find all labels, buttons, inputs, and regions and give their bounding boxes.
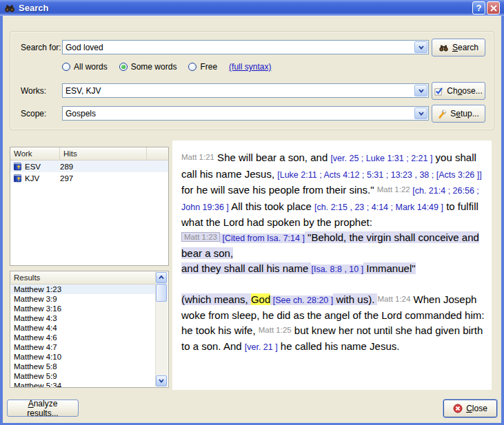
results-panel-header: Results xyxy=(10,271,156,284)
chevron-down-icon[interactable] xyxy=(414,107,427,119)
table-row[interactable]: ESV289 xyxy=(10,160,168,172)
scope-select-value: Gospels xyxy=(65,109,96,118)
verse-ref: Matt 1:24 xyxy=(377,295,410,303)
search-mode-radios: All wordsSome wordsFree(full syntax) xyxy=(62,62,271,72)
list-item[interactable]: Matthew 5:8 xyxy=(11,362,156,371)
verse-text: and they shall call his name xyxy=(181,262,311,274)
list-item[interactable]: Matthew 3:9 xyxy=(11,294,156,304)
scope-label: Scope: xyxy=(21,109,46,118)
list-item[interactable]: Matthew 4:6 xyxy=(11,333,156,342)
choose-button-label: Choose... xyxy=(447,86,482,96)
list-item[interactable]: Matthew 4:7 xyxy=(11,342,156,352)
column-header-work[interactable]: Work xyxy=(10,147,60,160)
column-header-results[interactable]: Results xyxy=(10,271,156,284)
verse-text: with us). xyxy=(333,293,377,305)
red-x-circle-icon xyxy=(453,404,463,413)
verse-text: (which means, xyxy=(181,293,251,305)
radio-label: Free xyxy=(200,62,217,72)
cross-reference: [ver. 25 ; Luke 1:31 ; 2:21 ] xyxy=(330,154,432,163)
close-icon[interactable] xyxy=(487,1,500,14)
cross-reference: [Luke 2:11 ; Acts 4:12 ; 5:31 ; 13:23 , … xyxy=(277,170,481,180)
bible-book-icon xyxy=(13,162,22,171)
hits-panel-header: Work Hits xyxy=(10,147,168,160)
column-header-hits[interactable]: Hits xyxy=(60,147,147,160)
search-input[interactable]: God loved xyxy=(62,40,429,54)
radio-all-words[interactable]: All words xyxy=(62,62,108,72)
chevron-down-icon[interactable] xyxy=(414,85,427,96)
search-button-label: Search xyxy=(452,43,478,52)
search-input-value: God loved xyxy=(65,43,103,52)
hit-count: 297 xyxy=(60,174,73,183)
verse-ref: Matt 1:21 xyxy=(181,153,214,161)
hit-count: 289 xyxy=(60,163,73,171)
close-button[interactable]: Close xyxy=(443,400,497,417)
work-name: ESV xyxy=(25,163,41,171)
results-scrollbar[interactable] xyxy=(155,272,168,386)
analyze-button-label: Analyze results... xyxy=(12,399,74,418)
verse-display-panel[interactable]: Matt 1:21 She will bear a son, and [ver.… xyxy=(172,141,492,390)
wrench-icon xyxy=(438,110,447,118)
work-name: KJV xyxy=(25,174,39,183)
list-item[interactable]: Matthew 5:34 xyxy=(11,381,156,387)
full-syntax-link[interactable]: (full syntax) xyxy=(229,62,271,72)
verse-text: Immanuel" xyxy=(363,262,415,274)
works-select-value: ESV, KJV xyxy=(65,86,101,96)
chevron-down-icon[interactable] xyxy=(414,41,427,53)
dialog-client-area: Search for: God loved Search xyxy=(3,16,501,423)
chevron-down-icon[interactable] xyxy=(156,375,167,386)
radio-icon[interactable] xyxy=(119,63,128,71)
radio-label: Some words xyxy=(131,62,177,72)
checkmark-icon xyxy=(434,87,443,96)
verse-ref: Matt 1:23 xyxy=(181,232,220,242)
works-select[interactable]: ESV, KJV xyxy=(62,83,429,98)
list-item[interactable]: Matthew 1:23 xyxy=(11,284,156,294)
search-for-label: Search for: xyxy=(21,43,61,52)
verse-text: he called his name Jesus. xyxy=(278,340,400,352)
verse-text: All this took place xyxy=(229,200,314,212)
radio-icon[interactable] xyxy=(62,63,70,71)
verse-ref: Matt 1:25 xyxy=(259,326,292,334)
radio-free[interactable]: Free xyxy=(188,62,217,72)
cross-reference: [Isa. 8:8 , 10 ] xyxy=(311,265,363,274)
cross-reference: [See ch. 28:20 ] xyxy=(270,296,333,305)
scope-select[interactable]: Gospels xyxy=(62,106,429,121)
bible-book-icon xyxy=(13,174,22,183)
window-title: Search xyxy=(19,3,471,13)
results-panel: Results Matthew 1:23Matthew 3:9Matthew 3… xyxy=(10,271,169,388)
verse-text: She will bear a son, and xyxy=(214,152,330,163)
radio-icon[interactable] xyxy=(188,63,196,71)
setup-button-label: Setup... xyxy=(450,109,478,118)
analyze-results-button[interactable]: Analyze results... xyxy=(7,400,79,417)
verse-text: for he will save his people from their s… xyxy=(181,184,377,196)
cross-reference: [Cited from Isa. 7:14 ] xyxy=(220,234,305,243)
list-item[interactable]: Matthew 4:3 xyxy=(11,313,156,323)
hits-panel: Work Hits ESV289KJV297 xyxy=(10,147,169,266)
binoculars-icon xyxy=(4,3,15,14)
search-button[interactable]: Search xyxy=(432,39,485,56)
search-hit: God xyxy=(251,293,270,305)
help-icon[interactable]: ? xyxy=(472,1,485,14)
scrollbar-thumb[interactable] xyxy=(156,284,167,302)
choose-works-button[interactable]: Choose... xyxy=(432,82,485,100)
chevron-up-icon[interactable] xyxy=(156,272,167,283)
verse-ref: Matt 1:22 xyxy=(377,185,410,194)
cross-reference: [ver. 21 ] xyxy=(245,342,278,352)
list-item[interactable]: Matthew 5:9 xyxy=(11,371,156,381)
radio-some-words[interactable]: Some words xyxy=(119,62,177,72)
binoculars-icon xyxy=(439,43,449,53)
hits-rows: ESV289KJV297 xyxy=(10,160,168,184)
setup-scope-button[interactable]: Setup... xyxy=(432,105,485,123)
radio-label: All words xyxy=(74,62,108,72)
titlebar[interactable]: Search ? xyxy=(0,0,504,16)
search-dialog: Search ? Search for: God loved xyxy=(0,0,504,425)
list-item[interactable]: Matthew 4:10 xyxy=(11,352,156,362)
results-list: Matthew 1:23Matthew 3:9Matthew 3:16Matth… xyxy=(11,284,156,387)
close-button-label: Close xyxy=(466,404,487,413)
list-item[interactable]: Matthew 3:16 xyxy=(11,304,156,313)
list-item[interactable]: Matthew 4:4 xyxy=(11,323,156,333)
works-label: Works: xyxy=(21,86,46,96)
table-row[interactable]: KJV297 xyxy=(10,172,168,184)
cross-reference: [ch. 2:15 , 23 ; 4:14 ; Mark 14:49 ] xyxy=(314,203,443,212)
